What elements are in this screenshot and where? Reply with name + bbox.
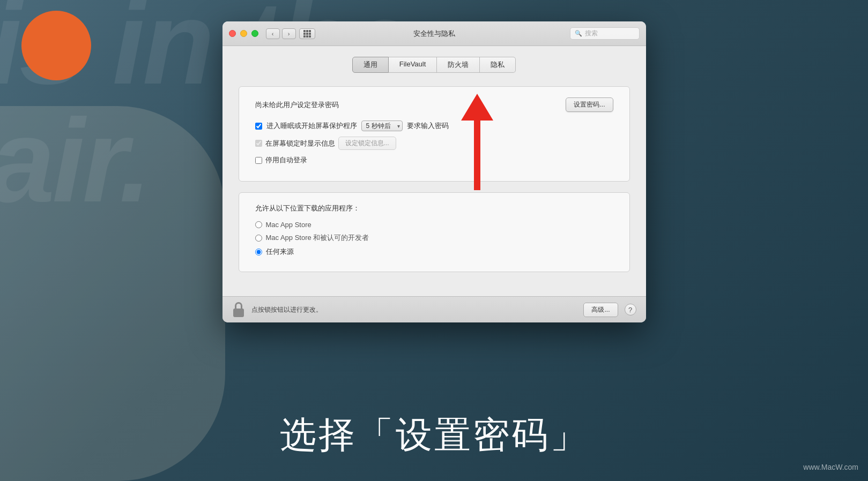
password-label: 尚未给此用户设定登录密码 — [255, 100, 339, 110]
grid-view-button[interactable] — [299, 28, 315, 39]
show-message-checkbox[interactable] — [255, 140, 262, 147]
radio-mac-app-store-input[interactable] — [255, 221, 262, 228]
lock-shackle — [235, 302, 242, 309]
radio-anywhere: 任何来源 — [255, 247, 613, 257]
watermark: www.MacW.com — [803, 463, 858, 471]
nav-buttons: ‹ › — [266, 28, 296, 39]
tab-privacy[interactable]: 隐私 — [480, 57, 516, 73]
caption: 选择「设置密码」 — [0, 411, 868, 460]
maximize-button[interactable] — [251, 30, 258, 37]
autologin-checkbox[interactable] — [255, 157, 262, 164]
forward-button[interactable]: › — [282, 28, 296, 39]
show-message-row: 在屏幕锁定时显示信息 设定锁定信息... — [255, 137, 613, 150]
time-select-wrapper: 5 秒钟后 1 分钟后 5 分钟后 — [361, 121, 403, 131]
autologin-label: 停用自动登录 — [265, 155, 307, 165]
orange-circle-decoration — [21, 11, 91, 80]
radio-mac-app-store: Mac App Store — [255, 221, 613, 229]
lock-text: 点按锁按钮以进行更改。 — [251, 305, 577, 314]
bottom-bar: 点按锁按钮以进行更改。 高级... ? — [222, 296, 646, 322]
grid-icon — [303, 30, 311, 37]
search-box[interactable]: 🔍 搜索 — [570, 27, 640, 40]
sleep-prefix: 进入睡眠或开始屏幕保护程序 — [266, 121, 357, 131]
show-message-button[interactable]: 设定锁定信息... — [338, 137, 396, 150]
tabs-row: 通用 FileVault 防火墙 隐私 — [239, 57, 630, 73]
download-section: 允许从以下位置下载的应用程序： Mac App Store Mac App St… — [239, 192, 630, 272]
help-button[interactable]: ? — [625, 304, 636, 315]
search-icon: 🔍 — [575, 30, 582, 37]
lock-body — [233, 309, 244, 317]
window-content: 通用 FileVault 防火墙 隐私 尚未给此用户设定登录密码 设置密码...… — [222, 46, 646, 296]
download-label: 允许从以下位置下载的应用程序： — [255, 204, 613, 213]
back-button[interactable]: ‹ — [266, 28, 280, 39]
password-row: 尚未给此用户设定登录密码 设置密码... — [255, 97, 613, 112]
radio-mac-app-store-developers: Mac App Store 和被认可的开发者 — [255, 233, 613, 243]
show-message-label: 在屏幕锁定时显示信息 — [265, 139, 335, 148]
tab-general[interactable]: 通用 — [352, 57, 389, 73]
close-button[interactable] — [229, 30, 236, 37]
window-title: 安全性与隐私 — [413, 29, 455, 39]
tab-filevault[interactable]: FileVault — [389, 57, 437, 73]
time-select[interactable]: 5 秒钟后 1 分钟后 5 分钟后 — [361, 121, 403, 131]
radio-mac-app-store-label: Mac App Store — [266, 221, 311, 229]
search-placeholder: 搜索 — [585, 29, 598, 38]
minimize-button[interactable] — [240, 30, 247, 37]
set-password-button[interactable]: 设置密码... — [566, 97, 613, 112]
sleep-checkbox[interactable] — [255, 123, 262, 130]
radio-developers-label: Mac App Store 和被认可的开发者 — [266, 233, 369, 243]
radio-anywhere-label: 任何来源 — [266, 247, 294, 257]
tab-firewall[interactable]: 防火墙 — [437, 57, 480, 73]
titlebar: ‹ › 安全性与隐私 🔍 搜索 — [222, 21, 646, 46]
traffic-lights — [229, 30, 258, 37]
lock-icon[interactable] — [232, 302, 245, 317]
general-section: 尚未给此用户设定登录密码 设置密码... 进入睡眠或开始屏幕保护程序 5 秒钟后… — [239, 86, 630, 182]
advanced-button[interactable]: 高级... — [583, 303, 618, 317]
sleep-suffix: 要求输入密码 — [407, 121, 449, 131]
sleep-row: 进入睡眠或开始屏幕保护程序 5 秒钟后 1 分钟后 5 分钟后 要求输入密码 — [255, 121, 613, 131]
mac-window: ‹ › 安全性与隐私 🔍 搜索 通用 FileVault 防火墙 隐私 — [222, 21, 646, 322]
radio-anywhere-input[interactable] — [255, 249, 262, 255]
autologin-row: 停用自动登录 — [255, 155, 613, 165]
radio-developers-input[interactable] — [255, 235, 262, 242]
